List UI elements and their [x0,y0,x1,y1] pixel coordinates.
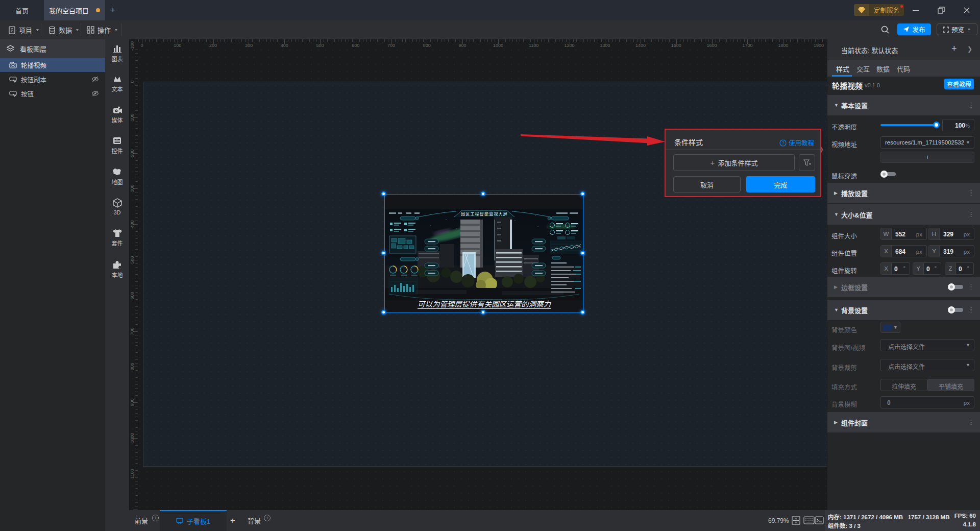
menu-data[interactable]: 数据▼ [48,20,80,39]
section-component-cover[interactable]: ▶ 组件封面 ⋮ [827,412,980,432]
bg-crop-select[interactable]: 点击选择文件 ▼ [880,359,974,371]
pos-y-input[interactable]: Y 319 px [928,245,974,257]
bg-media-select[interactable]: 点击选择文件 ▼ [880,339,974,351]
panel-tabs: 样式 交互 数据 代码 [827,60,980,77]
tool-6[interactable]: 套件 [105,229,129,255]
rot-z-input[interactable]: Z 0 ° [945,262,974,275]
selection-handle[interactable] [381,191,386,196]
section-basic-settings[interactable]: ▼ 基本设置 ⋮ [827,95,980,115]
selection-handle[interactable] [580,310,585,315]
close-button[interactable] [962,6,971,15]
tab-code[interactable]: 代码 [897,60,910,77]
help-tutorial-link[interactable]: ? 使用教程 [779,138,814,148]
menu-project[interactable]: 项目▼ [8,20,40,39]
tab-home[interactable]: 首页 [0,0,44,20]
layer-item-2[interactable]: 按钮 [0,86,105,101]
annotation-highlight-box: 条件样式 ? 使用教程 + 添加条件样式 取消 完成 [665,129,821,197]
console-button[interactable] [815,516,824,524]
canvas[interactable]: 0100200300400500600700800900100011001200… [129,39,827,510]
selection-handle[interactable] [580,251,585,255]
keyboard-shortcuts-button[interactable] [803,516,815,524]
minimize-button[interactable] [911,6,920,15]
rot-x-input[interactable]: X 0 ° [880,262,910,275]
zoom-level[interactable]: 69.79% [768,510,789,531]
mouse-through-toggle[interactable] [880,171,896,178]
selection-handle[interactable] [481,310,485,315]
visibility-off-icon[interactable] [91,90,99,97]
restore-button[interactable] [937,6,946,15]
video-component[interactable]: 园区工程智能监视大屏 [385,195,583,313]
border-toggle[interactable] [948,283,963,291]
pos-x-input[interactable]: X 684 px [880,245,927,257]
section-border-settings[interactable]: ▶ 边框设置 ⋮ [827,277,980,297]
custom-service-badge[interactable]: 定制服务 [854,4,904,16]
layer-item-1[interactable]: 按钮副本 [0,72,105,86]
add-state-button[interactable]: + [951,43,957,54]
add-condition-style-button[interactable]: + 添加条件样式 [673,154,795,171]
subboard-tab[interactable]: 子看板1 [160,510,227,531]
rot-y-input[interactable]: Y 0 ° [913,262,941,275]
section-menu-icon[interactable]: ⋮ [968,192,974,194]
opacity-input[interactable]: 100 % [942,119,974,131]
size-h-input[interactable]: H 329 px [928,228,974,240]
section-size-position[interactable]: ▼ 大小&位置 ⋮ [827,204,980,225]
cancel-button[interactable]: 取消 [673,176,741,192]
bg-color-picker[interactable]: ▼ [880,322,900,333]
tool-5[interactable]: 3D [105,198,129,225]
section-background-settings[interactable]: ▼ 背景设置 ⋮ [827,300,980,320]
foreground-add-icon[interactable]: + [152,515,159,521]
tool-4[interactable]: 地图 [105,167,129,194]
tool-icon [112,167,122,176]
expand-states-chevron[interactable]: ❯ [967,45,972,53]
fill-tile-button[interactable]: 平铺填充 [927,379,974,391]
preview-button[interactable]: 预览 ▼ [937,23,977,35]
publish-button[interactable]: 发布 [897,23,931,35]
fit-screen-button[interactable] [791,516,801,525]
menu-actions[interactable]: 操作▼ [87,20,118,39]
selection-handle[interactable] [381,251,386,255]
tab-style[interactable]: 样式 [836,60,849,77]
new-tab-button[interactable]: + [105,0,120,20]
tool-3[interactable]: 控件 [105,136,129,163]
dialog-title: 条件样式 [674,137,703,147]
tab-data[interactable]: 数据 [876,60,890,77]
add-board-button[interactable]: + [230,510,235,531]
background-toggle[interactable] [948,306,963,313]
bg-blur-input[interactable]: 0 px [880,396,974,408]
search-icon[interactable] [880,25,890,34]
opacity-slider[interactable] [880,124,939,126]
section-menu-icon[interactable]: ⋮ [968,421,974,423]
chevron-down-icon: ▼ [114,28,118,32]
section-play-settings[interactable]: ▶ 播放设置 ⋮ [827,183,980,203]
visibility-off-icon[interactable] [91,76,99,83]
properties-panel: 当前状态: 默认状态 + ❯ 样式 交互 数据 代码 轮播视频 v0.1.0 查… [827,39,980,510]
tool-2[interactable]: 媒体 [105,106,129,132]
selection-handle[interactable] [381,310,386,315]
background-add-icon[interactable]: + [264,515,271,521]
tool-1[interactable]: 文本 [105,75,129,101]
section-menu-icon[interactable]: ⋮ [968,309,974,311]
background-label[interactable]: 背景 [248,510,261,531]
section-menu-icon[interactable]: ⋮ [968,286,974,288]
tool-0[interactable]: 图表 [105,44,129,70]
chevron-down-icon: ▼ [893,325,898,330]
selection-handle[interactable] [481,191,485,196]
window-tab-bar: 首页 我的空白项目 + 定制服务 [0,0,980,20]
tab-interaction[interactable]: 交互 [856,60,870,77]
view-tutorial-button[interactable]: 查看教程 [944,79,974,89]
fill-stretch-button[interactable]: 拉伸填充 [880,379,927,391]
section-menu-icon[interactable]: ⋮ [968,104,974,106]
filter-add-button[interactable] [799,154,815,171]
tab-project[interactable]: 我的空白项目 [44,0,105,20]
selection-handle[interactable] [580,191,585,196]
foreground-label[interactable]: 前景 [135,510,148,531]
layer-item-0[interactable]: 轮播视频 [0,58,105,72]
size-w-input[interactable]: W 552 px [880,228,927,240]
video-url-select[interactable]: resources/1.m_171195002532 ▼ [880,136,974,149]
slider-knob[interactable] [933,122,940,128]
components-stat: 组件数: 3 / 3 [828,521,861,529]
add-resource-button[interactable]: + [880,152,974,163]
tool-7[interactable]: 本地 [105,260,129,286]
confirm-button[interactable]: 完成 [746,176,815,192]
section-menu-icon[interactable]: ⋮ [968,213,974,215]
